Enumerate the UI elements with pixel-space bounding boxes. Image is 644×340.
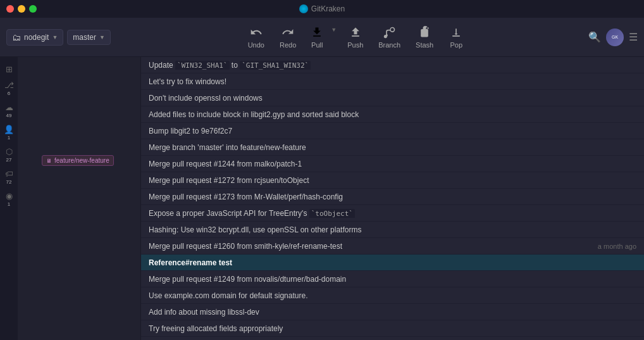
- commit-message: Merge pull request #1273 from Mr-Wallet/…: [149, 192, 636, 201]
- sidebar-item-repo[interactable]: ⊞: [1, 62, 17, 77]
- branch-selector[interactable]: master ▼: [67, 30, 111, 45]
- cloud-icon: ☁: [5, 103, 13, 112]
- app-icon: [299, 4, 308, 13]
- pull-icon: [310, 25, 324, 39]
- table-row[interactable]: Don't include openssl on windows: [141, 90, 644, 106]
- table-row[interactable]: Try freeing allocated fields appropriate…: [141, 320, 644, 337]
- commit-time: a month ago: [598, 242, 636, 250]
- table-row[interactable]: Merge pull request #1260 from smith-kyle…: [141, 238, 644, 255]
- sidebar-item-remote[interactable]: ☁ 49: [1, 100, 17, 121]
- people-badge: 1: [8, 135, 10, 141]
- feature-branch-name: feature/new-feature: [54, 157, 109, 164]
- commit-message: Merge branch 'master' into feature/new-f…: [149, 143, 636, 152]
- menu-button[interactable]: ☰: [629, 31, 638, 43]
- avatar[interactable]: GK: [606, 28, 624, 46]
- push-icon: [349, 25, 362, 39]
- table-row[interactable]: Add info about missing libssl-dev: [141, 304, 644, 320]
- folder-icon: 🗂: [12, 32, 21, 42]
- commit-message: Added files to include block in libgit2.…: [149, 110, 636, 119]
- sidebar-item-people[interactable]: 👤 1: [1, 122, 17, 143]
- branch-label: Branch: [378, 41, 400, 49]
- titlebar: GitKraken: [0, 0, 644, 18]
- branch-name: master: [73, 33, 96, 42]
- stash-button[interactable]: Stash: [409, 23, 440, 51]
- commit-message: Use example.com domain for default signa…: [149, 291, 636, 300]
- redo-label: Redo: [280, 41, 296, 49]
- undo-icon: [249, 25, 263, 39]
- table-row[interactable]: Bump libgit2 to 9e76f2c7: [141, 123, 644, 139]
- app-title-text: GitKraken: [311, 4, 345, 13]
- table-row[interactable]: Reference#rename test: [141, 255, 644, 271]
- push-button[interactable]: Push: [341, 23, 369, 51]
- commit-message: Let's try to fix windows!: [149, 77, 636, 86]
- commit-message: Reference#rename test: [149, 258, 636, 267]
- commit-message: Merge pull request #1244 from malko/patc…: [149, 160, 636, 168]
- commit-message: Merge pull request #1249 from novalis/dt…: [149, 275, 636, 284]
- commit-message: Merge pull request #1260 from smith-kyle…: [149, 242, 591, 251]
- commit-list[interactable]: Update `WIN32_SHA1` to `GIT_SHA1_WIN32` …: [141, 57, 644, 340]
- commit-message: Expose a proper JavaScript API for TreeE…: [149, 209, 636, 218]
- commit-message: Try freeing allocated fields appropriate…: [149, 324, 636, 333]
- redo-icon: [281, 25, 295, 39]
- sidebar-item-tags[interactable]: 🏷 72: [1, 167, 17, 187]
- monitor-icon: 🖥: [46, 158, 52, 164]
- repo-selector[interactable]: 🗂 nodegit ▼: [6, 29, 63, 46]
- pop-label: Pop: [450, 41, 462, 49]
- remote-badge: 49: [6, 113, 12, 118]
- feature-branch-label[interactable]: 🖥 feature/new-feature: [42, 155, 114, 166]
- stash-icon: [418, 25, 431, 39]
- submodule-icon: ◉: [6, 191, 13, 201]
- stash-label: Stash: [416, 41, 433, 49]
- main-content: ⊞ ⎇ 6 ☁ 49 👤 1 ⬡ 27 🏷 72 ◉ 1 🖥: [0, 57, 644, 340]
- pull-label: Pull: [311, 41, 323, 49]
- table-row[interactable]: Use example.com domain for default signa…: [141, 287, 644, 304]
- sidebar-item-stash-nav[interactable]: ⬡ 27: [1, 144, 17, 165]
- maximize-button[interactable]: [29, 5, 37, 13]
- commit-message: Hashing: Use win32 bcrypt.dll, use openS…: [149, 225, 636, 234]
- table-row[interactable]: Merge pull request #1273 from Mr-Wallet/…: [141, 189, 644, 205]
- toolbar-left: 🗂 nodegit ▼ master ▼: [6, 29, 111, 46]
- sidebar-icons: ⊞ ⎇ 6 ☁ 49 👤 1 ⬡ 27 🏷 72 ◉ 1: [0, 57, 18, 340]
- redo-button[interactable]: Redo: [273, 23, 302, 51]
- undo-button[interactable]: Undo: [242, 23, 271, 51]
- commit-message: Add info about missing libssl-dev: [149, 308, 636, 317]
- table-row[interactable]: Merge pull request #1244 from malko/patc…: [141, 156, 644, 172]
- commit-message: Update `WIN32_SHA1` to `GIT_SHA1_WIN32`: [149, 61, 636, 70]
- chevron-down-icon: ▼: [52, 34, 58, 41]
- app-title: GitKraken: [299, 4, 345, 13]
- window-controls: [6, 5, 37, 13]
- tags-badge: 72: [6, 179, 12, 185]
- table-row[interactable]: Update `WIN32_SHA1` to `GIT_SHA1_WIN32`: [141, 57, 644, 73]
- table-row[interactable]: Expose a proper JavaScript API for TreeE…: [141, 205, 644, 222]
- table-row[interactable]: Hashing: Use win32 bcrypt.dll, use openS…: [141, 222, 644, 238]
- tag-icon: 🏷: [5, 169, 13, 179]
- branch-button[interactable]: Branch: [372, 23, 407, 51]
- people-icon: 👤: [4, 125, 14, 134]
- table-row[interactable]: Added files to include block in libgit2.…: [141, 106, 644, 123]
- pull-split-button: Pull ▼: [305, 23, 338, 51]
- close-button[interactable]: [6, 5, 14, 13]
- left-panel: 🖥 feature/new-feature fix/missing frags …: [18, 57, 141, 340]
- pull-dropdown-button[interactable]: ▼: [329, 23, 338, 51]
- commit-message: Merge pull request #1272 from rcjsuen/to…: [149, 176, 636, 185]
- chevron-down-icon: ▼: [99, 34, 105, 41]
- pull-button[interactable]: Pull: [305, 23, 329, 51]
- table-row[interactable]: Let's try to fix windows!: [141, 73, 644, 90]
- commit-message: Bump libgit2 to 9e76f2c7: [149, 127, 636, 135]
- toolbar: 🗂 nodegit ▼ master ▼ Undo Redo: [0, 18, 644, 57]
- search-button[interactable]: 🔍: [588, 31, 601, 43]
- commit-message: Don't include openssl on windows: [149, 94, 636, 103]
- sidebar-item-submodules[interactable]: ◉ 1: [1, 189, 17, 210]
- repo-name: nodegit: [24, 33, 49, 42]
- pop-button[interactable]: Pop: [442, 23, 470, 51]
- branch-icon: [383, 25, 397, 39]
- push-label: Push: [347, 41, 363, 49]
- table-row[interactable]: Merge pull request #1249 from novalis/dt…: [141, 271, 644, 287]
- minimize-button[interactable]: [18, 5, 25, 13]
- table-row[interactable]: Merge branch 'master' into feature/new-f…: [141, 139, 644, 156]
- undo-label: Undo: [248, 41, 264, 49]
- branches-badge: 6: [8, 91, 10, 96]
- pop-icon: [449, 25, 463, 39]
- table-row[interactable]: Merge pull request #1272 from rcjsuen/to…: [141, 172, 644, 189]
- sidebar-item-branches[interactable]: ⎇ 6: [1, 78, 17, 99]
